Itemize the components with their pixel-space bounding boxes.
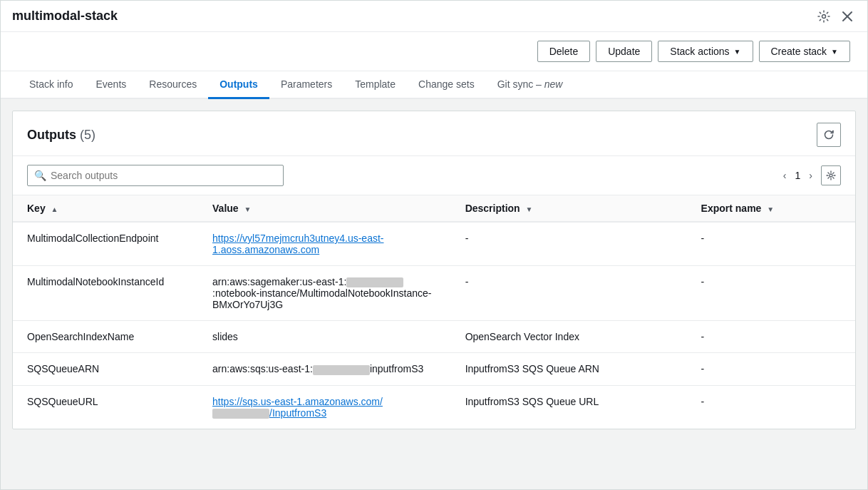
- cell-key: SQSQueueARN: [13, 353, 198, 385]
- redacted-account-id: [346, 277, 403, 287]
- tab-events[interactable]: Events: [84, 71, 138, 99]
- tab-bar: Stack info Events Resources Outputs Para…: [1, 71, 867, 99]
- svg-point-3: [830, 174, 832, 177]
- column-settings-icon: [826, 170, 836, 180]
- tab-outputs[interactable]: Outputs: [208, 71, 269, 99]
- redacted-account-id-2: [313, 365, 370, 375]
- create-stack-button[interactable]: Create stack ▼: [759, 41, 851, 62]
- panel-title: Outputs (5): [27, 128, 95, 143]
- pagination-controls: ‹ 1 ›: [780, 165, 841, 185]
- cell-description: -: [451, 266, 687, 321]
- cell-export-name: -: [687, 385, 855, 429]
- export-sort-icon[interactable]: ▼: [767, 205, 774, 213]
- update-button[interactable]: Update: [596, 41, 652, 62]
- value-link[interactable]: https://vyl57mejmcruh3utney4.us-east-1.a…: [212, 233, 383, 255]
- cell-value: arn:aws:sagemaker:us-east-1: :notebook-i…: [198, 266, 451, 321]
- outputs-count: (5): [80, 128, 95, 142]
- desc-sort-icon[interactable]: ▼: [526, 205, 533, 213]
- title-bar: multimodal-stack: [1, 1, 867, 32]
- cell-key: MultimodalCollectionEndpoint: [13, 222, 198, 266]
- col-header-export-name: Export name ▼: [687, 195, 855, 222]
- tab-stack-info[interactable]: Stack info: [18, 71, 84, 99]
- tab-git-sync[interactable]: Git sync – new: [486, 71, 574, 99]
- cell-value: arn:aws:sqs:us-east-1: inputfromS3: [198, 353, 451, 385]
- key-sort-icon[interactable]: ▲: [51, 205, 58, 213]
- cell-description: OpenSearch Vector Index: [451, 321, 687, 353]
- close-window-button[interactable]: [839, 8, 856, 25]
- cell-key: SQSQueueURL: [13, 385, 198, 429]
- col-header-value: Value ▼: [198, 195, 451, 222]
- tab-resources[interactable]: Resources: [138, 71, 208, 99]
- search-input-wrapper: 🔍: [27, 165, 284, 186]
- title-bar-right: [815, 7, 856, 26]
- tab-change-sets[interactable]: Change sets: [407, 71, 486, 99]
- window-title: multimodal-stack: [12, 9, 118, 24]
- table-row: SQSQueueARN arn:aws:sqs:us-east-1: input…: [13, 353, 855, 385]
- stack-actions-caret-icon: ▼: [734, 48, 741, 56]
- cell-value: slides: [198, 321, 451, 353]
- page-number: 1: [795, 170, 801, 181]
- delete-button[interactable]: Delete: [537, 41, 590, 62]
- value-link-2[interactable]: https://sqs.us-east-1.amazonaws.com/ /In…: [212, 396, 383, 419]
- cell-description: -: [451, 222, 687, 266]
- cell-export-name: -: [687, 266, 855, 321]
- main-content: Outputs (5) 🔍 ‹ 1 ›: [1, 99, 867, 489]
- col-header-key: Key ▲: [13, 195, 198, 222]
- table-row: SQSQueueURL https://sqs.us-east-1.amazon…: [13, 385, 855, 429]
- cell-description: InputfromS3 SQS Queue URL: [451, 385, 687, 429]
- cell-export-name: -: [687, 353, 855, 385]
- tab-template[interactable]: Template: [343, 71, 407, 99]
- app-window: multimodal-stack Delete Update Stack act…: [0, 0, 868, 490]
- svg-point-0: [822, 14, 826, 18]
- table-row: OpenSearchIndexName slides OpenSearch Ve…: [13, 321, 855, 353]
- settings-window-button[interactable]: [815, 7, 833, 26]
- table-row: MultimodalCollectionEndpoint https://vyl…: [13, 222, 855, 266]
- column-settings-button[interactable]: [821, 165, 841, 185]
- create-stack-caret-icon: ▼: [831, 48, 838, 56]
- cell-value: https://vyl57mejmcruh3utney4.us-east-1.a…: [198, 222, 451, 266]
- panel-header: Outputs (5): [13, 111, 855, 156]
- close-icon: [842, 11, 853, 22]
- cell-export-name: -: [687, 321, 855, 353]
- cell-value: https://sqs.us-east-1.amazonaws.com/ /In…: [198, 385, 451, 429]
- cell-key: OpenSearchIndexName: [13, 321, 198, 353]
- outputs-panel: Outputs (5) 🔍 ‹ 1 ›: [12, 111, 856, 429]
- gear-icon: [817, 10, 830, 23]
- cell-export-name: -: [687, 222, 855, 266]
- search-bar: 🔍 ‹ 1 ›: [13, 156, 855, 195]
- prev-page-button[interactable]: ‹: [780, 167, 790, 184]
- table-row: MultimodalNotebookInstanceId arn:aws:sag…: [13, 266, 855, 321]
- refresh-icon: [823, 129, 835, 141]
- redacted-account-id-3: [212, 409, 269, 419]
- outputs-table: Key ▲ Value ▼ Description ▼ Export nam: [13, 195, 855, 429]
- stack-actions-button[interactable]: Stack actions ▼: [658, 41, 753, 62]
- refresh-button[interactable]: [817, 123, 841, 147]
- next-page-button[interactable]: ›: [806, 167, 815, 184]
- tab-parameters[interactable]: Parameters: [269, 71, 343, 99]
- search-input[interactable]: [27, 165, 284, 186]
- value-sort-icon[interactable]: ▼: [244, 205, 252, 213]
- toolbar: Delete Update Stack actions ▼ Create sta…: [1, 32, 867, 71]
- col-header-description: Description ▼: [451, 195, 687, 222]
- search-icon: 🔍: [34, 170, 46, 181]
- title-bar-left: multimodal-stack: [12, 9, 118, 24]
- cell-description: InputfromS3 SQS Queue ARN: [451, 353, 687, 385]
- cell-key: MultimodalNotebookInstanceId: [13, 266, 198, 321]
